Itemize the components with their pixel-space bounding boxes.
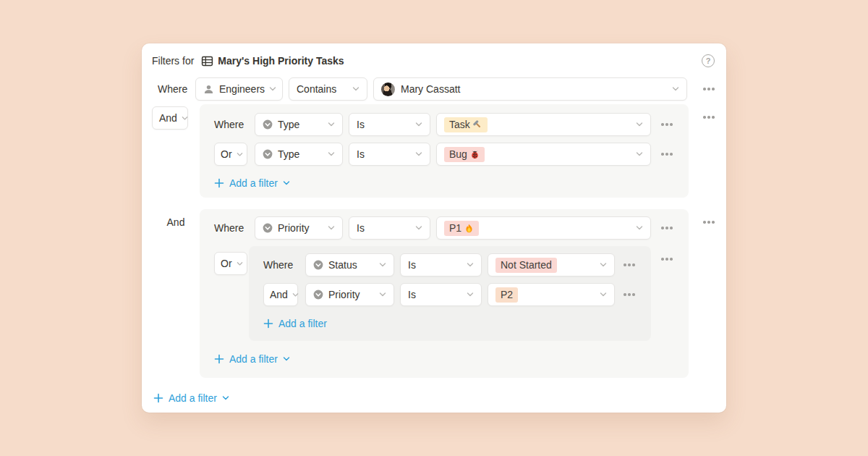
filter-group-panel: Where Type Is Task: [200, 104, 689, 198]
database-title: Mary's High Priority Tasks: [218, 55, 344, 67]
panel-header-prefix: Filters for: [152, 55, 194, 67]
chevron-down-icon: [323, 121, 335, 128]
filter-rule-row: Where Priority Is P1: [214, 216, 674, 240]
property-name: Priority: [328, 289, 360, 300]
operator-select[interactable]: Is: [349, 113, 430, 136]
operator-select[interactable]: Is: [400, 253, 482, 276]
property-name: Priority: [278, 222, 310, 234]
filter-group-1: And Where Type Is: [152, 104, 716, 198]
filter-rule-row: Where Type Is Task: [214, 113, 674, 136]
value-select[interactable]: P2: [488, 283, 615, 306]
operator-select[interactable]: Is: [400, 283, 482, 306]
avatar: [381, 83, 395, 96]
connector-select-wrap: Or: [214, 246, 249, 275]
value-select[interactable]: Mary Cassatt: [373, 77, 687, 101]
chevron-down-icon: [288, 292, 299, 298]
rule-options-menu[interactable]: [622, 261, 637, 269]
property-select[interactable]: Type: [255, 113, 343, 136]
filters-panel: Filters for Mary's High Priority Tasks ?…: [142, 43, 726, 413]
connector-select-wrap: And: [263, 283, 299, 306]
chevron-down-icon: [232, 261, 243, 267]
person-icon: [203, 84, 214, 95]
chevron-down-icon: [462, 261, 474, 269]
tag-text: Task: [449, 119, 470, 130]
connector-select[interactable]: Or: [214, 143, 247, 166]
tag-text: Bug: [449, 148, 467, 160]
chevron-down-icon: [265, 85, 276, 93]
connector-text: And: [270, 289, 288, 300]
select-property-icon: [263, 149, 273, 159]
value-select[interactable]: Bug: [436, 143, 651, 166]
plus-icon: [153, 393, 163, 403]
tag-p2: P2: [495, 287, 518, 303]
tag-not-started: Not Started: [495, 258, 557, 273]
chevron-down-icon: [411, 224, 422, 232]
plus-icon: [214, 354, 224, 364]
tag-bug: Bug: [444, 147, 485, 162]
help-icon[interactable]: ?: [702, 54, 715, 67]
connector-select[interactable]: And: [263, 283, 298, 306]
select-property-icon: [263, 223, 273, 233]
ladybug-emoji-icon: [470, 150, 480, 159]
operator-select[interactable]: Is: [349, 216, 430, 240]
value-select[interactable]: P1: [436, 216, 651, 240]
filter-rule-row: Or Type Is Bug: [214, 143, 674, 166]
rule-options-menu[interactable]: [660, 224, 674, 232]
chevron-down-icon: [375, 291, 386, 298]
add-filter-label: Add a filter: [229, 353, 278, 365]
property-name: Engineers: [219, 83, 265, 95]
chevron-down-icon: [411, 151, 422, 158]
property-select[interactable]: Priority: [255, 216, 343, 240]
rule-options-menu[interactable]: [660, 151, 674, 158]
plus-icon: [214, 178, 224, 188]
chevron-down-icon: [348, 85, 359, 93]
operator-name: Is: [408, 289, 416, 300]
chevron-down-icon: [177, 115, 188, 122]
chevron-down-icon: [595, 291, 607, 298]
database-table-icon: [201, 55, 213, 67]
add-filter-button[interactable]: Add a filter: [214, 177, 290, 189]
hammer-emoji-icon: [473, 120, 482, 130]
connector-label: Where: [214, 119, 249, 130]
group-connector-column: And: [152, 209, 200, 228]
connector-select[interactable]: And: [152, 106, 188, 130]
nested-group-panel: Where Status Is: [249, 246, 651, 341]
value-select[interactable]: Not Started: [488, 253, 615, 276]
value-select[interactable]: Task: [436, 113, 651, 136]
group-options-menu[interactable]: [702, 114, 716, 121]
add-filter-button[interactable]: Add a filter: [214, 353, 290, 365]
operator-name: Is: [357, 119, 365, 130]
connector-select-wrap: Or: [214, 143, 249, 166]
property-name: Status: [328, 259, 357, 271]
operator-select[interactable]: Is: [349, 143, 430, 166]
add-filter-label: Add a filter: [169, 392, 217, 404]
property-select[interactable]: Engineers: [195, 77, 283, 101]
rule-options-menu[interactable]: [660, 121, 674, 128]
tag-p1: P1: [444, 221, 479, 236]
tag-text: P1: [449, 222, 461, 234]
tag-text: Not Started: [501, 259, 552, 271]
connector-select[interactable]: Or: [214, 252, 247, 275]
chevron-down-icon: [323, 224, 335, 232]
chevron-down-icon: [375, 261, 386, 269]
chevron-down-icon: [668, 85, 679, 93]
nested-group-row: Or Where Status: [214, 246, 674, 341]
fire-emoji-icon: [464, 224, 474, 233]
operator-select[interactable]: Contains: [289, 77, 367, 101]
operator-name: Is: [357, 222, 365, 234]
add-filter-button[interactable]: Add a filter: [263, 318, 327, 329]
property-select[interactable]: Status: [305, 253, 394, 276]
rule-options-menu[interactable]: [702, 85, 716, 93]
chevron-down-icon: [232, 151, 243, 158]
property-select[interactable]: Priority: [305, 283, 394, 306]
subgroup-options-menu[interactable]: [660, 256, 674, 263]
chevron-down-icon: [283, 180, 290, 187]
group-options-menu[interactable]: [702, 219, 716, 226]
operator-name: Contains: [297, 83, 336, 95]
chevron-down-icon: [283, 355, 290, 363]
property-select[interactable]: Type: [255, 143, 343, 166]
operator-name: Is: [357, 148, 365, 160]
add-filter-button[interactable]: Add a filter: [153, 392, 229, 404]
rule-options-menu[interactable]: [622, 291, 637, 298]
chevron-down-icon: [411, 121, 422, 128]
